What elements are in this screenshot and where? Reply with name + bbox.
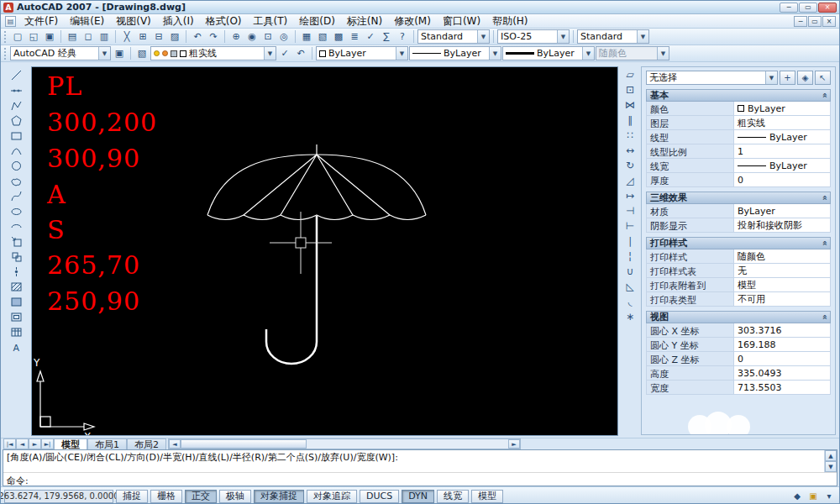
otrack-toggle[interactable]: 对象追踪 <box>307 490 357 503</box>
chevron-down-icon[interactable]: ▼ <box>582 47 594 60</box>
command-line-window[interactable]: [角度(A)/圆心(CE)/闭合(CL)/方向(D)/半宽(H)/直线(L)/半… <box>3 449 837 486</box>
command-prompt[interactable]: 命令: <box>3 473 837 489</box>
color-combo[interactable]: ByLayer ▼ <box>316 46 408 60</box>
open-file-button[interactable]: ◱ <box>26 29 41 44</box>
gradient-tool-button[interactable] <box>8 294 24 309</box>
layer-combo[interactable]: 粗实线 ▼ <box>150 46 276 60</box>
menu-window[interactable]: 窗口(W) <box>437 14 486 29</box>
properties-button[interactable]: ▦ <box>299 29 314 44</box>
menu-file[interactable]: 文件(F) <box>18 14 64 29</box>
match-properties-button[interactable]: ▨ <box>167 29 182 44</box>
spline-tool-button[interactable] <box>8 188 24 203</box>
layer-freeze-icon[interactable] <box>162 50 168 56</box>
collapse-icon[interactable]: » <box>819 240 828 245</box>
collapse-icon[interactable]: » <box>819 195 828 200</box>
tab-next-button[interactable]: ► <box>29 438 41 449</box>
selection-combo[interactable]: 无选择 ▼ <box>646 71 778 85</box>
copy-tool-button[interactable]: ⊡ <box>622 82 638 97</box>
property-row[interactable]: 线宽 ByLayer <box>646 159 831 173</box>
property-row[interactable]: 圆心 Y 坐标 169.188 <box>646 338 831 352</box>
hatch-tool-button[interactable] <box>8 279 24 294</box>
layer-previous-button[interactable]: ↶ <box>293 46 308 60</box>
table-tool-button[interactable] <box>8 324 24 339</box>
toolbar-grip[interactable] <box>4 48 8 60</box>
command-scrollbar[interactable]: ▲ ▼ <box>824 450 837 473</box>
menu-insert[interactable]: 插入(I) <box>157 14 200 29</box>
scale-tool-button[interactable]: ◿ <box>622 173 638 188</box>
table-style-combo[interactable]: Standard ▼ <box>577 29 649 44</box>
move-tool-button[interactable]: ↔ <box>622 143 638 158</box>
restore-button[interactable]: ▭ <box>799 3 817 13</box>
sheetset-manager-button[interactable]: ≣ <box>347 29 362 44</box>
mdi-close-button[interactable]: × <box>822 16 836 27</box>
help-button[interactable]: ? <box>395 29 410 44</box>
select-objects-button[interactable]: ↖ <box>815 71 831 85</box>
array-tool-button[interactable]: ∷ <box>622 128 638 143</box>
property-row[interactable]: 圆心 Z 坐标 0 <box>646 352 831 366</box>
property-row[interactable]: 线型比例 1 <box>646 144 831 159</box>
break-at-point-tool-button[interactable]: ∣ <box>622 234 638 249</box>
chevron-down-icon[interactable]: ▼ <box>396 47 407 60</box>
ellipse-arc-tool-button[interactable] <box>8 218 24 234</box>
chevron-down-icon[interactable]: ▼ <box>477 30 489 43</box>
property-row[interactable]: 打印样式表 无 <box>646 264 831 278</box>
lineweight-combo[interactable]: ByLayer ▼ <box>502 46 595 60</box>
join-tool-button[interactable]: ∪ <box>622 264 638 279</box>
quickcalc-button[interactable]: ∑ <box>379 29 394 44</box>
rectangle-tool-button[interactable] <box>8 128 24 143</box>
collapse-icon[interactable]: » <box>819 314 828 319</box>
grid-toggle[interactable]: 栅格 <box>150 490 182 503</box>
property-row[interactable]: 打印表附着到 模型 <box>646 278 831 292</box>
property-row[interactable]: 圆心 X 坐标 303.3716 <box>646 323 831 338</box>
minimize-button[interactable]: − <box>780 3 798 13</box>
property-row[interactable]: 材质 ByLayer <box>646 204 831 218</box>
property-row[interactable]: 打印表类型 不可用 <box>646 292 831 307</box>
menu-modify[interactable]: 修改(M) <box>388 14 437 29</box>
mdi-restore-button[interactable]: ▭ <box>808 16 822 27</box>
undo-button[interactable]: ↶ <box>190 29 205 44</box>
toolbar-grip[interactable] <box>4 31 8 43</box>
zoom-realtime-button[interactable]: ◉ <box>244 29 260 44</box>
scroll-down-icon[interactable]: ▼ <box>825 461 837 472</box>
rotate-tool-button[interactable]: ↻ <box>622 158 638 173</box>
tab-model[interactable]: 模型 <box>54 438 87 449</box>
workspace-save-button[interactable]: ▣ <box>112 46 127 60</box>
line-tool-button[interactable] <box>8 67 24 82</box>
section-header-general[interactable]: 基本 » <box>646 89 831 102</box>
communication-center-icon[interactable]: ◆ <box>790 490 804 503</box>
zoom-previous-button[interactable]: ◎ <box>276 29 291 44</box>
trim-tool-button[interactable]: ⊣ <box>622 203 638 218</box>
menu-draw[interactable]: 绘图(D) <box>293 14 341 29</box>
close-button[interactable]: × <box>818 3 837 13</box>
layer-lock-icon[interactable] <box>171 50 177 57</box>
explode-tool-button[interactable]: ∗ <box>622 309 638 324</box>
dim-style-combo[interactable]: ISO-25 ▼ <box>497 29 570 44</box>
extend-tool-button[interactable]: ⊢ <box>622 218 638 234</box>
paste-button[interactable]: ⊟ <box>151 29 166 44</box>
toggle-pickadd-button[interactable]: + <box>780 71 795 85</box>
mirror-tool-button[interactable]: ⋈ <box>622 97 638 113</box>
section-header-view[interactable]: 视图 » <box>646 311 831 323</box>
offset-tool-button[interactable]: ∥ <box>622 113 638 128</box>
scroll-left-icon[interactable]: ◄ <box>169 439 181 449</box>
snap-toggle[interactable]: 捕捉 <box>116 490 148 503</box>
scrollbar-thumb[interactable] <box>181 439 307 449</box>
break-tool-button[interactable]: ¦ <box>622 249 638 264</box>
redo-button[interactable]: ↷ <box>206 29 221 44</box>
insert-block-tool-button[interactable] <box>8 234 24 249</box>
property-row[interactable]: 高度 335.0493 <box>646 366 831 381</box>
toolbar-lock-icon[interactable]: ▣ <box>806 490 820 503</box>
tab-layout1[interactable]: 布局1 <box>87 438 127 449</box>
chevron-down-icon[interactable]: ▼ <box>557 30 569 43</box>
scroll-up-icon[interactable]: ▲ <box>825 450 837 461</box>
menu-format[interactable]: 格式(O) <box>200 14 248 29</box>
scroll-right-icon[interactable]: ► <box>508 439 520 449</box>
make-layer-current-button[interactable]: ✓ <box>277 46 292 60</box>
layer-on-icon[interactable] <box>154 50 160 56</box>
property-row[interactable]: 阴影显示 投射和接收阴影 <box>646 218 831 233</box>
collapse-icon[interactable]: » <box>819 92 828 97</box>
polyline-tool-button[interactable] <box>8 97 24 113</box>
copy-clip-button[interactable]: ⊞ <box>135 29 150 44</box>
plot-preview-button[interactable]: ◻ <box>81 29 96 44</box>
stretch-tool-button[interactable]: ↦ <box>622 188 638 203</box>
